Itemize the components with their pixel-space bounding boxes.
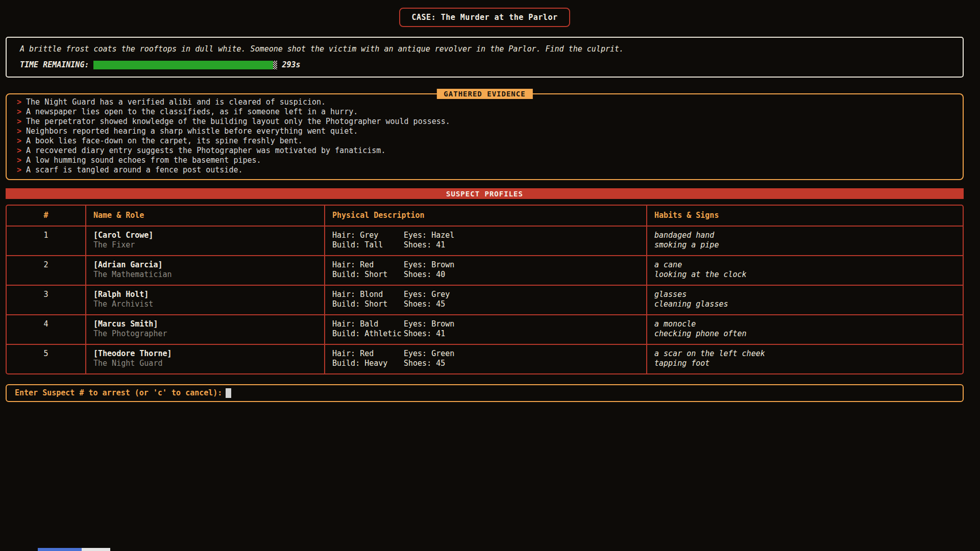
suspect-table-header-row: # Name & Role Physical Description Habit… (7, 206, 963, 226)
suspect-habit-1: bandaged hand (654, 231, 955, 241)
suspect-name: [Marcus Smith] (93, 319, 317, 330)
suspect-habits-cell: a monocle checking phone often (646, 315, 963, 344)
suspect-name: [Adrian Garcia] (93, 260, 317, 270)
suspect-number: 3 (7, 286, 85, 314)
suspect-shoes: Shoes: 45 (404, 299, 639, 310)
evidence-text: The perpetrator showed knowledge of the … (26, 117, 450, 127)
suspect-habit-2: tapping foot (654, 359, 955, 369)
suspect-role: The Mathematician (93, 270, 317, 280)
evidence-text: A book lies face-down on the carpet, its… (26, 136, 303, 146)
suspect-shoes: Shoes: 45 (404, 359, 639, 369)
suspect-eyes: Eyes: Green (404, 349, 639, 359)
evidence-item: > A recovered diary entry suggests the P… (17, 146, 952, 156)
suspect-eyes: Eyes: Brown (404, 319, 639, 330)
suspect-habit-2: cleaning glasses (654, 299, 955, 310)
timer-progress-remainder (273, 61, 277, 69)
suspect-table-body: 1 [Carol Crowe] The Fixer Hair: Grey Eye… (7, 226, 963, 373)
evidence-text: Neighbors reported hearing a sharp whist… (26, 127, 358, 136)
suspect-build: Build: Athletic (332, 329, 404, 339)
evidence-header: GATHERED EVIDENCE (436, 89, 532, 99)
suspect-profiles-header: SUSPECT PROFILES (6, 188, 964, 199)
suspect-habits-cell: bandaged hand smoking a pipe (646, 227, 963, 255)
title-row: CASE: The Murder at the Parlor (6, 8, 964, 27)
column-header-number: # (7, 206, 85, 226)
suspect-name: [Ralph Holt] (93, 290, 317, 300)
bottom-window-edge-grey (82, 548, 110, 551)
suspect-physical-cell: Hair: Grey Eyes: Hazel Build: Tall Shoes… (324, 227, 646, 255)
suspect-habit-1: a monocle (654, 319, 955, 330)
suspect-name: [Theodore Thorne] (93, 349, 317, 359)
suspect-hair: Hair: Blond (332, 290, 404, 300)
suspect-physical-cell: Hair: Bald Eyes: Brown Build: Athletic S… (324, 315, 646, 344)
suspect-eyes: Eyes: Grey (404, 290, 639, 300)
suspect-row: 3 [Ralph Holt] The Archivist Hair: Blond… (7, 285, 963, 314)
suspect-build: Build: Heavy (332, 359, 404, 369)
evidence-marker-icon: > (17, 117, 21, 127)
suspect-hair: Hair: Red (332, 349, 404, 359)
case-briefing-text: A brittle frost coats the rooftops in du… (20, 44, 949, 54)
suspect-role: The Archivist (93, 299, 317, 310)
suspect-number: 1 (7, 227, 85, 255)
timer-progress-bar (93, 61, 277, 69)
evidence-marker-icon: > (17, 146, 21, 156)
evidence-marker-icon: > (17, 136, 21, 146)
suspect-habit-1: glasses (654, 290, 955, 300)
bottom-window-edge-blue (38, 548, 82, 551)
evidence-item: > A newspaper lies open to the classifie… (17, 107, 952, 117)
suspect-habit-2: smoking a pipe (654, 240, 955, 251)
suspect-number: 4 (7, 315, 85, 344)
suspect-row: 1 [Carol Crowe] The Fixer Hair: Grey Eye… (7, 226, 963, 255)
suspect-physical-cell: Hair: Red Eyes: Brown Build: Short Shoes… (324, 256, 646, 285)
timer-label: TIME REMAINING: (20, 60, 89, 69)
evidence-item: > The perpetrator showed knowledge of th… (17, 117, 952, 127)
suspect-role: The Fixer (93, 240, 317, 251)
suspect-habits-cell: glasses cleaning glasses (646, 286, 963, 314)
timer-row: TIME REMAINING: 293s (20, 60, 949, 69)
bottom-window-edge (38, 548, 110, 551)
suspect-habits-cell: a cane looking at the clock (646, 256, 963, 285)
suspect-build: Build: Short (332, 299, 404, 310)
evidence-item: > A low humming sound echoes from the ba… (17, 156, 952, 165)
evidence-text: A newspaper lies open to the classifieds… (26, 107, 358, 117)
evidence-marker-icon: > (17, 127, 21, 136)
arrest-input[interactable]: Enter Suspect # to arrest (or 'c' to can… (6, 384, 964, 402)
suspect-name-cell: [Ralph Holt] The Archivist (85, 286, 324, 314)
suspect-number: 2 (7, 256, 85, 285)
suspect-build: Build: Tall (332, 240, 404, 251)
suspect-eyes: Eyes: Brown (404, 260, 639, 270)
evidence-item: > A book lies face-down on the carpet, i… (17, 136, 952, 146)
suspect-build: Build: Short (332, 270, 404, 280)
suspect-role: The Night Guard (93, 359, 317, 369)
suspect-habit-1: a scar on the left cheek (654, 349, 955, 359)
suspect-table: # Name & Role Physical Description Habit… (6, 205, 964, 374)
suspect-shoes: Shoes: 41 (404, 329, 639, 339)
suspect-name-cell: [Marcus Smith] The Photographer (85, 315, 324, 344)
timer-progress-fill (93, 61, 273, 69)
evidence-marker-icon: > (17, 97, 21, 107)
evidence-marker-icon: > (17, 107, 21, 117)
suspect-eyes: Eyes: Hazel (404, 231, 639, 241)
evidence-list: > The Night Guard has a verified alibi a… (17, 97, 952, 175)
evidence-text: The Night Guard has a verified alibi and… (26, 97, 326, 107)
evidence-panel: GATHERED EVIDENCE > The Night Guard has … (6, 93, 964, 180)
suspect-row: 5 [Theodore Thorne] The Night Guard Hair… (7, 344, 963, 373)
suspect-habits-cell: a scar on the left cheek tapping foot (646, 345, 963, 373)
evidence-item: > Neighbors reported hearing a sharp whi… (17, 127, 952, 136)
evidence-text: A low humming sound echoes from the base… (26, 156, 261, 165)
timer-value: 293s (282, 60, 300, 69)
suspect-habit-2: checking phone often (654, 329, 955, 339)
suspect-number: 5 (7, 345, 85, 373)
evidence-text: A recovered diary entry suggests the Pho… (26, 146, 385, 156)
game-screen: CASE: The Murder at the Parlor A brittle… (0, 0, 980, 402)
column-header-habits: Habits & Signs (646, 206, 963, 226)
suspect-physical-cell: Hair: Red Eyes: Green Build: Heavy Shoes… (324, 345, 646, 373)
suspect-name: [Carol Crowe] (93, 231, 317, 241)
column-header-physical: Physical Description (324, 206, 646, 226)
suspect-hair: Hair: Red (332, 260, 404, 270)
case-briefing-panel: A brittle frost coats the rooftops in du… (6, 37, 964, 78)
suspect-physical-cell: Hair: Blond Eyes: Grey Build: Short Shoe… (324, 286, 646, 314)
column-header-name-role: Name & Role (85, 206, 324, 226)
evidence-marker-icon: > (17, 156, 21, 165)
suspect-habit-1: a cane (654, 260, 955, 270)
suspect-shoes: Shoes: 40 (404, 270, 639, 280)
